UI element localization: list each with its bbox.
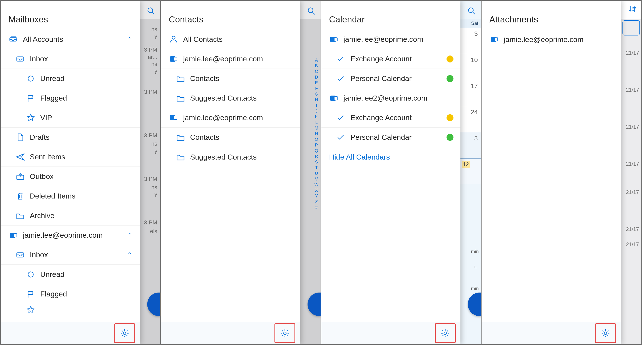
az-letter[interactable]: R [313, 153, 320, 159]
mailbox-archive[interactable]: Archive [1, 206, 140, 225]
svg-rect-10 [174, 57, 177, 61]
az-letter[interactable]: X [313, 187, 320, 193]
peek-text: 3 PM [144, 219, 157, 226]
az-letter[interactable]: N [313, 131, 320, 137]
mailbox-drafts[interactable]: Drafts [1, 128, 140, 147]
day-cell[interactable]: 24 [460, 106, 481, 132]
mailbox-inbox-2[interactable]: Inbox ⌃ [1, 245, 140, 265]
az-letter[interactable]: S [313, 159, 320, 165]
hide-all-calendars[interactable]: Hide All Calendars [321, 147, 460, 167]
calendar-account-2[interactable]: jamie.lee2@eoprime.com [321, 88, 460, 108]
contacts-all[interactable]: All Contacts [161, 30, 300, 49]
az-letter[interactable]: M [313, 125, 320, 131]
mailbox-vip-2[interactable] [1, 304, 140, 316]
az-letter[interactable]: Z [313, 199, 320, 204]
day-cell[interactable]: 3 [460, 132, 481, 158]
svg-rect-12 [174, 116, 177, 120]
mailbox-unread-2[interactable]: Unread [1, 265, 140, 284]
compose-fab[interactable] [308, 292, 320, 316]
az-letter[interactable]: L [313, 120, 320, 125]
svg-rect-16 [334, 96, 337, 100]
settings-button-highlight[interactable] [274, 323, 295, 343]
az-letter[interactable]: K [313, 114, 320, 120]
az-letter[interactable]: # [313, 204, 320, 210]
az-letter[interactable]: F [313, 86, 320, 91]
svg-rect-14 [334, 38, 337, 41]
az-index[interactable]: ABCDEFGHIJKLMNOPQRSTUVWXYZ# [313, 57, 320, 210]
az-letter[interactable]: Q [313, 148, 320, 153]
calendar-panel: Calendar jamie.lee@eoprime.com Exchange … [321, 1, 460, 344]
az-letter[interactable]: D [313, 74, 320, 80]
az-letter[interactable]: W [313, 182, 320, 187]
calendar-exchange-2[interactable]: Exchange Account [321, 108, 460, 128]
exchange-icon [169, 114, 178, 122]
mailbox-flagged[interactable]: Flagged [1, 88, 140, 108]
contacts-suggested[interactable]: Suggested Contacts [161, 88, 300, 108]
day-cell[interactable]: 17 [460, 80, 481, 106]
day-cell[interactable]: 10 [460, 54, 481, 80]
calendar-personal-2[interactable]: Personal Calendar [321, 128, 460, 147]
mailbox-deleted[interactable]: Deleted Items [1, 186, 140, 206]
mailbox-vip[interactable]: VIP [1, 108, 140, 128]
folder-icon [16, 211, 25, 220]
row-label: Flagged [40, 290, 134, 298]
az-letter[interactable]: A [313, 57, 320, 63]
inbox-icon [16, 250, 25, 260]
color-dot-yellow [446, 114, 454, 121]
settings-button-highlight[interactable] [435, 323, 456, 343]
mailbox-all-accounts[interactable]: All Accounts ⌃ [1, 30, 140, 49]
sort-icon[interactable] [628, 5, 638, 16]
row-label: Suggested Contacts [190, 94, 294, 102]
chevron-up-icon[interactable]: ⌃ [127, 36, 134, 43]
circle-icon [26, 270, 36, 279]
az-letter[interactable]: Y [313, 193, 320, 199]
az-letter[interactable]: I [313, 103, 320, 108]
screenshot-attachments: 21/17 21/17 21/17 21/17 21/17 21/17 21/1… [481, 0, 642, 345]
row-label: Personal Calendar [350, 133, 446, 142]
chevron-up-icon[interactable]: ⌃ [127, 251, 134, 258]
mailbox-outbox[interactable]: Outbox [1, 167, 140, 186]
settings-button-highlight[interactable] [114, 323, 135, 343]
contacts-account-1[interactable]: jamie.lee@eoprime.com [161, 49, 300, 69]
compose-fab[interactable] [147, 292, 160, 316]
attachments-account[interactable]: jamie.lee@eoprime.com [482, 30, 621, 49]
svg-rect-18 [494, 38, 498, 41]
az-letter[interactable]: O [313, 137, 320, 142]
mailbox-flagged-2[interactable]: Flagged [1, 284, 140, 304]
mailbox-inbox[interactable]: Inbox [1, 49, 140, 69]
attachments-peek: 21/17 21/17 21/17 21/17 21/17 21/17 21/1… [621, 1, 641, 344]
search-icon [307, 6, 315, 17]
mailbox-sent[interactable]: Sent Items [1, 147, 140, 167]
chevron-up-icon[interactable]: ⌃ [127, 232, 134, 239]
az-letter[interactable]: H [313, 97, 320, 103]
az-letter[interactable]: J [313, 108, 320, 114]
contacts-folder-2[interactable]: Contacts [161, 128, 300, 147]
check-icon [336, 113, 346, 123]
peek-text: y [154, 191, 157, 198]
az-letter[interactable]: E [313, 80, 320, 86]
calendar-account-1[interactable]: jamie.lee@eoprime.com [321, 30, 460, 49]
agenda-row[interactable]: 12 [460, 158, 481, 184]
az-letter[interactable]: V [313, 176, 320, 182]
row-label: jamie.lee@eoprime.com [183, 113, 294, 122]
az-letter[interactable]: G [313, 91, 320, 97]
az-letter[interactable]: C [313, 69, 320, 74]
contacts-folder[interactable]: Contacts [161, 69, 300, 88]
az-letter[interactable]: B [313, 63, 320, 69]
filter-chip[interactable] [622, 20, 640, 36]
contacts-suggested-2[interactable]: Suggested Contacts [161, 147, 300, 167]
az-letter[interactable]: P [313, 142, 320, 148]
az-letter[interactable]: T [313, 165, 320, 170]
az-letter[interactable]: U [313, 170, 320, 176]
mailbox-account-jamie[interactable]: jamie.lee@eoprime.com ⌃ [1, 225, 140, 245]
calendar-exchange-1[interactable]: Exchange Account [321, 49, 460, 69]
day-cell[interactable]: 3 [460, 28, 481, 54]
row-label: All Accounts [23, 35, 127, 44]
panel-footer [161, 322, 300, 344]
calendar-personal-1[interactable]: Personal Calendar [321, 69, 460, 88]
check-icon [336, 54, 346, 64]
compose-fab[interactable] [468, 292, 481, 316]
contacts-account-2[interactable]: jamie.lee@eoprime.com [161, 108, 300, 128]
settings-button-highlight[interactable] [595, 323, 616, 343]
mailbox-unread[interactable]: Unread [1, 69, 140, 88]
